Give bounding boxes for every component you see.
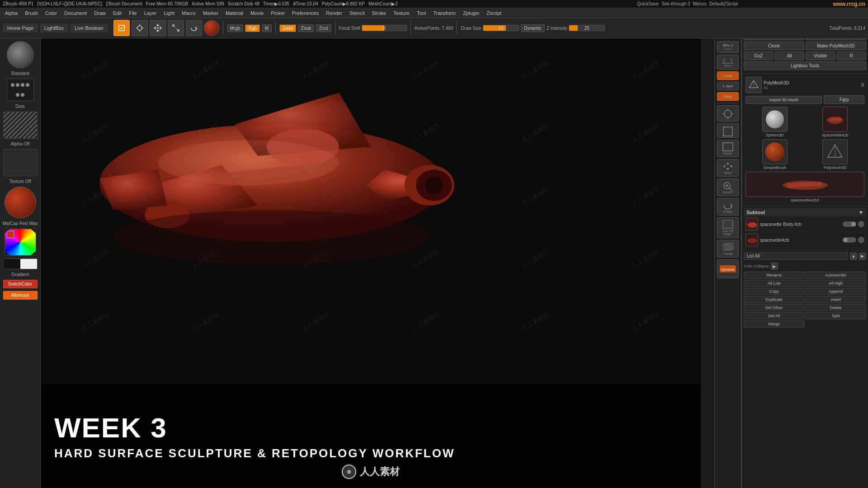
menu-preferences[interactable]: Preferences xyxy=(289,9,322,17)
fgrp-btn[interactable]: Fgrp xyxy=(824,95,864,104)
color-picker[interactable] xyxy=(5,229,36,256)
menu-alpha[interactable]: Alpha xyxy=(2,9,21,17)
menu-edit[interactable]: Edit xyxy=(110,9,125,17)
canvas-bg[interactable]: 人人素材区 人人素材区 人人素材区 人人素材区 人人素材区 人人素材区 人人素材… xyxy=(41,38,701,488)
menu-render[interactable]: Render xyxy=(323,9,345,17)
move-tool-btn[interactable] xyxy=(150,20,166,36)
texture-preview[interactable] xyxy=(3,149,38,176)
rt-btn1[interactable] xyxy=(717,105,739,122)
lightbox-tools-btn[interactable]: Lightbox Tools xyxy=(744,61,866,70)
mrgb-toggle[interactable]: Mrgb xyxy=(227,24,244,32)
material-preview[interactable] xyxy=(5,187,36,218)
all-low-btn[interactable]: All Low xyxy=(744,280,805,287)
dynamic-toggle[interactable]: Dynamic xyxy=(521,24,545,32)
list-expand-btn[interactable]: ▶ xyxy=(859,253,866,260)
menu-stroke[interactable]: Stroke xyxy=(368,9,389,17)
rt-move[interactable]: Move xyxy=(717,159,739,177)
menu-zplugin[interactable]: Zplugin xyxy=(460,9,482,17)
polymesh-icon[interactable] xyxy=(745,77,762,93)
rt-transp[interactable]: Transp xyxy=(717,240,739,258)
import-3d-btn[interactable]: Import 3D Mesh xyxy=(745,96,822,104)
brush-preview[interactable] xyxy=(7,41,34,68)
list-all-btn[interactable]: List All xyxy=(744,252,848,260)
rt-cxyz[interactable]: Cxyz xyxy=(717,92,739,101)
subtool-eye-4zb[interactable] xyxy=(858,237,864,243)
material-ball[interactable] xyxy=(204,20,219,36)
scale-tool-btn[interactable] xyxy=(168,20,184,36)
menu-picker[interactable]: Picker xyxy=(268,9,288,17)
draw-tool-btn[interactable] xyxy=(132,20,148,36)
polymesh-thumb[interactable] xyxy=(822,139,848,164)
visible-btn[interactable]: Visible xyxy=(806,52,835,60)
insert-btn[interactable]: Insert xyxy=(806,296,867,303)
menu-texture[interactable]: Texture xyxy=(390,9,413,17)
goz-btn[interactable]: GoZ xyxy=(744,52,774,60)
rt-floor[interactable]: Floor xyxy=(717,55,739,70)
autoreorder-btn[interactable]: Autoreorder xyxy=(806,272,867,279)
list-arrow-btn[interactable]: ▲ xyxy=(850,253,857,260)
alternate-btn[interactable]: Alternate xyxy=(3,291,38,300)
menus-btn[interactable]: Menus xyxy=(693,1,707,6)
del-all-btn[interactable]: Del All xyxy=(744,312,805,319)
simplebrush-thumb[interactable] xyxy=(762,139,788,164)
edit-tool-btn[interactable] xyxy=(113,20,130,36)
menu-color[interactable]: Color xyxy=(42,9,60,17)
append-btn[interactable]: Append xyxy=(806,288,867,295)
delete-btn[interactable]: Delete xyxy=(806,304,867,311)
rt-spix[interactable]: SPix 3 Draw xyxy=(717,41,739,53)
zsub-toggle[interactable]: Zsub xyxy=(298,24,314,32)
rt-dynamic[interactable]: Dynamic xyxy=(717,259,739,278)
menu-light[interactable]: Light xyxy=(160,9,178,17)
menu-draw[interactable]: Draw xyxy=(91,9,109,17)
menu-material[interactable]: Material xyxy=(222,9,246,17)
rt-btn2[interactable] xyxy=(717,123,739,138)
menu-marker[interactable]: Marker xyxy=(200,9,222,17)
focal-shift-slider[interactable]: 0 xyxy=(362,25,407,31)
menu-layer[interactable]: Layer xyxy=(141,9,160,17)
menu-macro[interactable]: Macro xyxy=(179,9,199,17)
del-other-btn[interactable]: Del Other xyxy=(744,304,805,311)
subtool-item-body[interactable]: spacevette Body.4zb xyxy=(744,216,866,232)
menu-file[interactable]: File xyxy=(126,9,140,17)
tab-lightbox[interactable]: LightBox xyxy=(40,23,68,33)
tab-live-boolean[interactable]: Live Boolean xyxy=(70,23,108,33)
subtool-item-4zb[interactable]: spacevette4zb xyxy=(744,232,866,248)
make-poly-btn[interactable]: Make PolyMesh3D xyxy=(806,42,866,50)
sphere-thumb[interactable] xyxy=(762,107,788,132)
rt-local[interactable]: Local xyxy=(717,71,739,80)
quicksave-btn[interactable]: QuickSave xyxy=(637,1,659,6)
rgb-toggle[interactable]: Rgb xyxy=(245,24,259,32)
subtool-eye-body[interactable] xyxy=(858,221,864,227)
subtool-expand-icon[interactable]: ▼ xyxy=(859,210,863,215)
all-btn[interactable]: All xyxy=(775,52,805,60)
rotate-tool-btn[interactable] xyxy=(186,20,202,36)
r-btn[interactable]: R xyxy=(837,52,867,60)
m-toggle[interactable]: M xyxy=(262,24,272,32)
alpha-preview[interactable] xyxy=(3,112,38,139)
menu-brush[interactable]: Brush xyxy=(22,9,41,17)
split-btn[interactable]: Split xyxy=(806,312,867,319)
zcut-toggle[interactable]: Zcut xyxy=(316,24,331,32)
zadd-toggle[interactable]: Zadd xyxy=(279,24,296,32)
z-intensity-slider[interactable]: 25 xyxy=(569,25,605,31)
tab-home-page[interactable]: Home Page xyxy=(3,23,38,33)
rename-btn[interactable]: Rename xyxy=(744,272,805,279)
clone-btn[interactable]: Clone xyxy=(744,42,804,50)
gradient-preview[interactable] xyxy=(3,258,38,269)
rt-zoomd[interactable]: ZoomD xyxy=(717,178,739,196)
menu-zscript[interactable]: Zscript xyxy=(483,9,505,17)
switch-color-btn[interactable]: SwitchColor xyxy=(3,280,38,288)
menu-document[interactable]: Document xyxy=(61,9,90,17)
merge-btn[interactable]: Merge xyxy=(744,320,805,328)
menu-tool[interactable]: Tool xyxy=(414,9,429,17)
all-high-btn[interactable]: All High xyxy=(806,280,867,287)
menu-stencil[interactable]: Stencil xyxy=(346,9,368,17)
rt-frame[interactable]: Frame xyxy=(717,140,739,157)
rt-rotate[interactable]: Rotate xyxy=(717,198,739,216)
menu-movie[interactable]: Movie xyxy=(247,9,267,17)
auto-collapse-btn[interactable]: ▶ xyxy=(771,263,778,270)
stroke-preview[interactable] xyxy=(7,79,34,101)
spacevette2-thumb[interactable] xyxy=(745,172,864,197)
duplicate-btn[interactable]: Duplicate xyxy=(744,296,805,303)
spacevette-thumb[interactable] xyxy=(822,107,848,132)
